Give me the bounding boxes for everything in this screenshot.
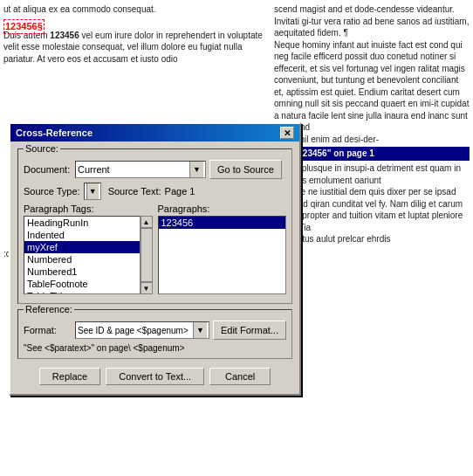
paragraphs-listbox[interactable]: 123456 (158, 216, 287, 294)
doc-red-label: 123456§ (3, 19, 45, 34)
tag-TableFootnote[interactable]: TableFootnote (24, 278, 140, 290)
source-type-arrow: ▼ (86, 183, 99, 199)
tags-scroll-up[interactable]: ▲ (141, 216, 153, 228)
format-dropdown-value: See ID & page <$pagenum> (78, 326, 189, 335)
tag-HeadingRunIn[interactable]: HeadingRunIn (24, 217, 140, 229)
reference-section-title: Reference: (24, 304, 74, 314)
tags-scroll-track (141, 228, 153, 282)
source-type-label: Source Type: (24, 186, 80, 197)
tag-Numbered[interactable]: Numbered (24, 253, 140, 266)
tag-Numbered1[interactable]: Numbered1 (24, 266, 140, 278)
source-text-value: Page 1 (165, 186, 195, 197)
dialog-title: Cross-Reference (16, 128, 93, 138)
document-dropdown-arrow: ▼ (189, 162, 203, 177)
tag-Indented[interactable]: Indented (24, 229, 140, 241)
doc-left-main-text: Duis autem 123456 vel eum irure dolor in… (3, 30, 267, 66)
source-type-row: Source Type: ▼ Source Text: Page 1 (24, 183, 286, 200)
convert-to-text-button[interactable]: Convert to Text... (106, 368, 204, 385)
doc-right-bottom-text: ucupis plusque in insupi-a detriment est… (274, 162, 470, 245)
source-section-title: Source: (24, 143, 60, 154)
tags-scrollbar[interactable]: ▲ ▼ (141, 216, 153, 294)
para-123456[interactable]: 123456 (159, 217, 286, 229)
document-dropdown[interactable]: Current ▼ (75, 161, 206, 178)
tag-TableTitle[interactable]: TableTitle (24, 290, 140, 294)
dialog-close-button[interactable]: ✕ (280, 127, 294, 139)
paragraph-tags-label: Paragraph Tags: (24, 204, 153, 214)
cancel-button[interactable]: Cancel (209, 368, 271, 385)
cross-reference-dialog: Cross-Reference ✕ Source: Document: Curr… (9, 122, 301, 396)
paragraphs-label: Paragraphs: (158, 204, 287, 214)
tags-scroll-down[interactable]: ▼ (141, 282, 153, 294)
source-type-dropdown[interactable]: ▼ (84, 183, 101, 200)
format-preview: "See <$paratext>" on page\ <$pagenum> (24, 343, 286, 353)
paragraph-tags-column: Paragraph Tags: HeadingRunIn Indented my… (24, 204, 153, 294)
source-text-label: Source Text: (108, 186, 161, 197)
source-section: Source: Document: Current ▼ Go to Source… (17, 148, 292, 304)
tag-myXref[interactable]: myXref (24, 241, 140, 253)
columns-area: Paragraph Tags: HeadingRunIn Indented my… (24, 204, 286, 294)
format-dropdown-arrow: ▼ (193, 322, 207, 338)
doc-right-top-text: scend magist and et dode-cendesse videan… (274, 3, 470, 145)
document-dropdown-value: Current (78, 164, 110, 175)
replace-button[interactable]: Replace (39, 368, 100, 385)
format-label: Format: (24, 325, 72, 335)
doc-right-highlighted: "See 123456" on page 1 (274, 147, 470, 161)
edit-format-button[interactable]: Edit Format... (213, 321, 286, 340)
paragraphs-column: Paragraphs: 123456 (158, 204, 287, 294)
dialog-body: Source: Document: Current ▼ Go to Source… (10, 141, 299, 394)
dialog-titlebar: Cross-Reference ✕ (10, 124, 299, 141)
paragraph-tags-listbox-container: HeadingRunIn Indented myXref Numbered Nu… (24, 216, 153, 294)
reference-section: Reference: Format: See ID & page <$pagen… (17, 309, 292, 359)
format-dropdown[interactable]: See ID & page <$pagenum> ▼ (75, 321, 209, 339)
document-label: Document: (24, 164, 72, 175)
paragraphs-listbox-container: 123456 (158, 216, 287, 294)
document-row: Document: Current ▼ Go to Source (24, 160, 286, 179)
bottom-buttons: Replace Convert to Text... Cancel (17, 364, 292, 387)
format-row: Format: See ID & page <$pagenum> ▼ Edit … (24, 321, 286, 340)
go-to-source-button[interactable]: Go to Source (209, 160, 282, 179)
paragraph-tags-listbox[interactable]: HeadingRunIn Indented myXref Numbered Nu… (24, 216, 141, 294)
doc-left-top-text: ut at aliqua ex ea commodo consequat. (3, 3, 267, 16)
